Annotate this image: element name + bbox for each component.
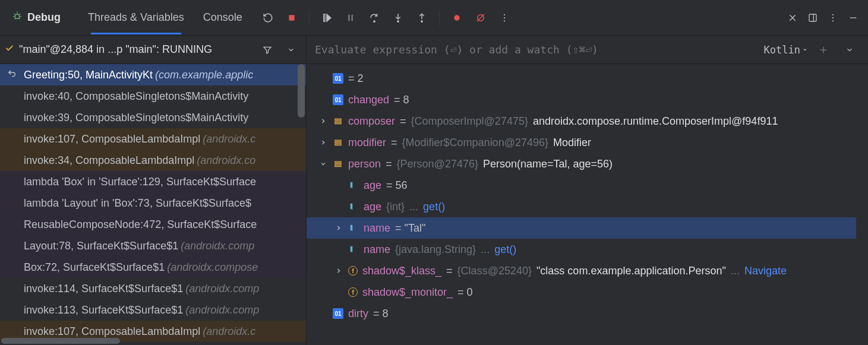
variable-row[interactable]: fshadow$_monitor_= 0 bbox=[307, 281, 868, 303]
variable-row[interactable]: 01dirty= 8 bbox=[307, 303, 868, 324]
stack-frame-row[interactable]: Layout:78, SurfaceKt$Surface$1(androidx.… bbox=[0, 235, 306, 257]
more-icon[interactable] bbox=[494, 8, 515, 28]
final-icon: f bbox=[348, 266, 358, 276]
stack-frame-row[interactable]: invoke:114, SurfaceKt$Surface$1(androidx… bbox=[0, 278, 306, 299]
step-out-icon[interactable] bbox=[412, 8, 432, 28]
variable-name: name bbox=[364, 222, 390, 235]
variable-name: dirty bbox=[348, 308, 368, 320]
variable-type-hint: {Class@25240} bbox=[457, 265, 532, 277]
variable-type-hint: {java.lang.String} bbox=[395, 243, 476, 256]
ellipsis: ... bbox=[481, 243, 490, 256]
frame-main-text: invoke:113, SurfaceKt$Surface$1 bbox=[24, 304, 183, 316]
svg-rect-13 bbox=[809, 14, 816, 21]
add-watch-icon[interactable] bbox=[813, 40, 834, 60]
expand-arrow-icon[interactable] bbox=[318, 140, 328, 145]
close-icon[interactable] bbox=[782, 8, 803, 28]
variable-tostring: "class com.example.application.Person" bbox=[536, 265, 726, 277]
svg-rect-3 bbox=[348, 14, 350, 21]
variable-type-hint: {int} bbox=[386, 201, 405, 213]
variable-row[interactable]: fshadow$_klass_={Class@25240}"class com.… bbox=[307, 260, 868, 281]
stack-frame-row[interactable]: Greeting:50, MainActivityKt(com.example.… bbox=[0, 64, 306, 86]
tab-threads-variables[interactable]: Threads & Variables bbox=[80, 1, 192, 34]
variable-action-link[interactable]: get() bbox=[494, 243, 516, 256]
frame-sub-text: (androidx.c bbox=[203, 133, 255, 145]
variable-row[interactable]: name= "Tal" bbox=[307, 217, 856, 239]
variable-action-link[interactable]: Navigate bbox=[744, 265, 787, 277]
field-icon bbox=[348, 223, 359, 233]
top-toolbar: Debug Threads & Variables Console bbox=[0, 0, 868, 36]
filter-icon[interactable] bbox=[257, 40, 277, 60]
variable-row[interactable]: person={Person@27476}Person(name=Tal, ag… bbox=[307, 153, 868, 175]
stack-frame-row[interactable]: Box:72, SurfaceKt$Surface$1(androidx.com… bbox=[0, 257, 306, 278]
variable-row[interactable]: age{int}...get() bbox=[307, 196, 868, 217]
hide-icon[interactable] bbox=[843, 8, 863, 28]
rerun-icon[interactable] bbox=[258, 8, 278, 28]
variable-row[interactable]: composer={ComposerImpl@27475}androidx.co… bbox=[307, 110, 868, 132]
variable-row[interactable]: age= 56 bbox=[307, 175, 868, 196]
mute-breakpoints-icon[interactable] bbox=[471, 8, 491, 28]
variable-action-link[interactable]: get() bbox=[423, 201, 445, 213]
evaluate-expression-input[interactable] bbox=[315, 43, 758, 56]
stack-frame-row[interactable]: invoke:107, ComposableLambdaImpl(android… bbox=[0, 128, 306, 150]
thread-selector[interactable]: "main"@24,884 in ...p "main": RUNNING bbox=[0, 36, 307, 64]
variable-row[interactable]: name{java.lang.String}...get() bbox=[307, 239, 868, 260]
expand-arrow-icon[interactable] bbox=[318, 161, 328, 167]
svg-rect-23 bbox=[335, 162, 342, 163]
svg-rect-4 bbox=[351, 14, 353, 21]
stack-frame-row[interactable]: invoke:40, ComposableSingletons$MainActi… bbox=[0, 86, 306, 107]
debug-title-text: Debug bbox=[27, 11, 61, 24]
pause-icon[interactable] bbox=[340, 8, 361, 28]
int-icon: 01 bbox=[333, 308, 343, 319]
variable-tostring: Person(name=Tal, age=56) bbox=[483, 158, 613, 170]
variable-value: = "Tal" bbox=[395, 222, 425, 235]
language-selector[interactable]: Kotlin bbox=[764, 44, 807, 56]
undo-icon[interactable] bbox=[7, 69, 17, 81]
layout-icon[interactable] bbox=[803, 8, 823, 28]
chevron-down-icon[interactable] bbox=[839, 40, 860, 60]
expand-arrow-icon[interactable] bbox=[334, 225, 343, 231]
horizontal-scrollbar[interactable] bbox=[1, 338, 120, 344]
expand-arrow-icon[interactable] bbox=[318, 118, 328, 124]
step-over-icon[interactable] bbox=[364, 8, 384, 28]
variable-row[interactable]: modifier={Modifier$Companion@27496}Modif… bbox=[307, 132, 868, 153]
options-icon[interactable] bbox=[823, 8, 843, 28]
svg-rect-1 bbox=[289, 15, 294, 20]
variables-pane[interactable]: 01= 2 01changed= 8composer={ComposerImpl… bbox=[307, 64, 868, 345]
final-icon: f bbox=[348, 287, 358, 297]
stop-icon[interactable] bbox=[282, 8, 302, 28]
svg-rect-2 bbox=[324, 14, 325, 21]
stack-frame-row[interactable]: ReusableComposeNode:472, SurfaceKt$Surfa… bbox=[0, 214, 306, 235]
variable-value: = bbox=[446, 265, 453, 277]
variable-row[interactable]: 01changed= 8 bbox=[307, 89, 868, 110]
frame-sub-text: (androidx.comp bbox=[185, 283, 259, 295]
sub-toolbar: "main"@24,884 in ...p "main": RUNNING Ko… bbox=[0, 36, 868, 64]
tabs: Threads & Variables Console bbox=[80, 1, 251, 34]
frame-sub-text: (com.example.applic bbox=[155, 69, 253, 81]
svg-point-5 bbox=[374, 20, 375, 21]
field-icon bbox=[348, 244, 359, 255]
svg-point-16 bbox=[832, 20, 834, 21]
variable-value: = 2 bbox=[348, 72, 364, 85]
stack-frame-row[interactable]: lambda 'Layout' in 'Box':73, SurfaceKt$S… bbox=[0, 192, 306, 214]
stack-frame-row[interactable]: invoke:39, ComposableSingletons$MainActi… bbox=[0, 107, 306, 128]
frames-pane[interactable]: Greeting:50, MainActivityKt(com.example.… bbox=[0, 64, 307, 345]
step-into-icon[interactable] bbox=[388, 8, 408, 28]
resume-icon[interactable] bbox=[317, 8, 337, 28]
tab-console[interactable]: Console bbox=[195, 1, 251, 34]
frame-main-text: invoke:107, ComposableLambdaImpl bbox=[24, 325, 200, 338]
vertical-scrollbar[interactable] bbox=[298, 64, 305, 118]
stack-frame-row[interactable]: invoke:34, ComposableLambdaImpl(androidx… bbox=[0, 150, 306, 171]
expand-arrow-icon[interactable] bbox=[334, 268, 343, 274]
stack-frame-row[interactable]: lambda 'Box' in 'Surface':129, SurfaceKt… bbox=[0, 171, 306, 192]
stack-frame-row[interactable]: invoke:113, SurfaceKt$Surface$1(androidx… bbox=[0, 299, 306, 321]
frame-main-text: Layout:78, SurfaceKt$Surface$1 bbox=[24, 240, 178, 252]
frame-sub-text: (androidx.comp bbox=[181, 240, 254, 252]
variable-name: modifier bbox=[348, 137, 386, 149]
frame-main-text: invoke:40, ComposableSingletons$MainActi… bbox=[24, 90, 248, 103]
view-breakpoints-icon[interactable] bbox=[447, 8, 467, 28]
variable-tostring: androidx.compose.runtime.ComposerImpl@f9… bbox=[533, 115, 778, 128]
content-area: Greeting:50, MainActivityKt(com.example.… bbox=[0, 64, 868, 345]
frame-sub-text: (androidx.comp bbox=[185, 304, 259, 316]
variable-row[interactable]: 01= 2 bbox=[307, 68, 868, 89]
chevron-down-icon[interactable] bbox=[281, 40, 301, 60]
